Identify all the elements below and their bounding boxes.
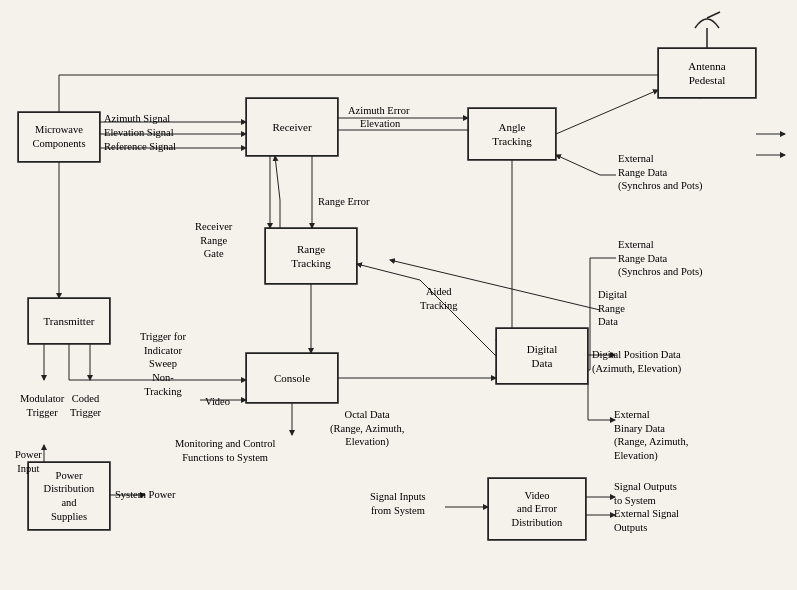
azimuth-signal-label: Azimuth Signal (104, 112, 170, 126)
digital-position-label: Digital Position Data(Azimuth, Elevation… (592, 348, 681, 375)
video-label: Video (205, 395, 230, 409)
system-power-label: System Power (115, 488, 175, 502)
power-input-label: PowerInput (15, 448, 42, 475)
aided-tracking-label: AidedTracking (420, 285, 458, 312)
microwave-components-box: MicrowaveComponents (18, 112, 100, 162)
antenna-pedestal-box: AntennaPedestal (658, 48, 756, 98)
coded-trigger-label: CodedTrigger (70, 392, 101, 419)
range-tracking-box: RangeTracking (265, 228, 357, 284)
octal-data-label: Octal Data(Range, Azimuth,Elevation) (330, 408, 404, 449)
modulator-trigger-label: ModulatorTrigger (20, 392, 64, 419)
digital-range-data-label: DigitalRangeData (598, 288, 627, 329)
angle-tracking-box: AngleTracking (468, 108, 556, 160)
signal-inputs-label: Signal Inputsfrom System (370, 490, 426, 517)
video-error-box: Videoand ErrorDistribution (488, 478, 586, 540)
elevation-label: Elevation (360, 117, 400, 131)
monitoring-label: Monitoring and ControlFunctions to Syste… (175, 437, 275, 464)
console-box: Console (246, 353, 338, 403)
azimuth-error-label: Azimuth Error (348, 104, 410, 118)
external-range2-label: ExternalRange Data(Synchros and Pots) (618, 238, 703, 279)
external-range1-label: ExternalRange Data(Synchros and Pots) (618, 152, 703, 193)
receiver-box: Receiver (246, 98, 338, 156)
digital-data-box: DigitalData (496, 328, 588, 384)
external-binary-label: ExternalBinary Data(Range, Azimuth,Eleva… (614, 408, 688, 463)
range-error-label: Range Error (318, 195, 370, 209)
signal-outputs-label: Signal Outputsto SystemExternal SignalOu… (614, 480, 679, 535)
block-diagram: MicrowaveComponents Receiver AngleTracki… (0, 0, 797, 590)
transmitter-box: Transmitter (28, 298, 110, 344)
reference-signal-label: Reference Signal (104, 140, 176, 154)
receiver-range-gate-label: ReceiverRangeGate (195, 220, 232, 261)
trigger-indicator-label: Trigger forIndicatorSweepNon-Tracking (140, 330, 186, 398)
elevation-signal-label: Elevation Signal (104, 126, 174, 140)
